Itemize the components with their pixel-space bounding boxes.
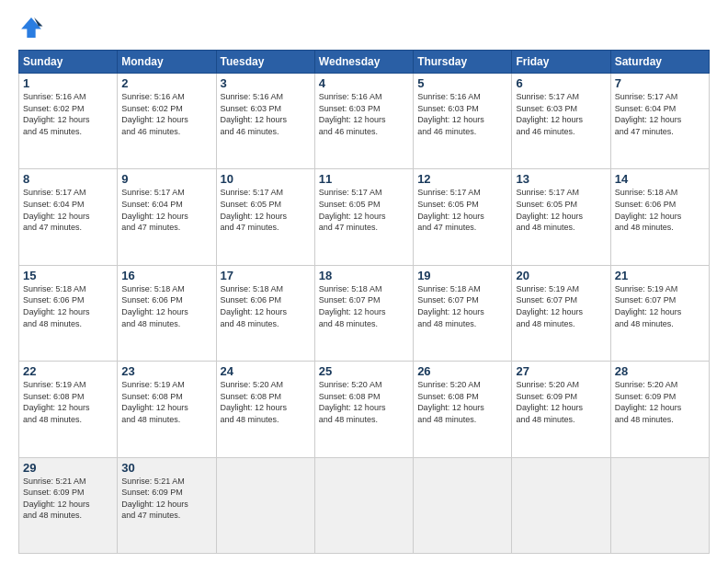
day-info: Sunrise: 5:18 AMSunset: 6:07 PMDaylight:… bbox=[319, 283, 409, 329]
day-number: 27 bbox=[516, 364, 606, 378]
day-header-tuesday: Tuesday bbox=[216, 51, 314, 74]
day-info: Sunrise: 5:16 AMSunset: 6:02 PMDaylight:… bbox=[23, 91, 113, 137]
calendar-cell: 6Sunrise: 5:17 AMSunset: 6:03 PMDaylight… bbox=[512, 74, 610, 169]
day-number: 22 bbox=[23, 364, 113, 378]
calendar-cell bbox=[216, 457, 314, 553]
day-number: 18 bbox=[319, 269, 409, 282]
day-number: 17 bbox=[221, 269, 311, 282]
calendar-week-4: 22Sunrise: 5:19 AMSunset: 6:08 PMDayligh… bbox=[19, 362, 710, 457]
day-info: Sunrise: 5:16 AMSunset: 6:03 PMDaylight:… bbox=[319, 91, 409, 137]
calendar-table: SundayMondayTuesdayWednesdayThursdayFrid… bbox=[18, 50, 710, 554]
day-info: Sunrise: 5:17 AMSunset: 6:05 PMDaylight:… bbox=[417, 187, 507, 233]
day-number: 4 bbox=[319, 76, 409, 90]
calendar-cell: 12Sunrise: 5:17 AMSunset: 6:05 PMDayligh… bbox=[414, 169, 512, 265]
calendar-cell: 19Sunrise: 5:18 AMSunset: 6:07 PMDayligh… bbox=[414, 265, 512, 361]
calendar-cell: 24Sunrise: 5:20 AMSunset: 6:08 PMDayligh… bbox=[216, 362, 314, 457]
calendar-cell: 9Sunrise: 5:17 AMSunset: 6:04 PMDaylight… bbox=[118, 169, 216, 265]
calendar-cell: 1Sunrise: 5:16 AMSunset: 6:02 PMDaylight… bbox=[19, 74, 118, 169]
calendar-cell: 10Sunrise: 5:17 AMSunset: 6:05 PMDayligh… bbox=[216, 169, 314, 265]
calendar-cell: 15Sunrise: 5:18 AMSunset: 6:06 PMDayligh… bbox=[19, 265, 118, 361]
calendar-cell: 29Sunrise: 5:21 AMSunset: 6:09 PMDayligh… bbox=[19, 457, 118, 553]
calendar-cell: 27Sunrise: 5:20 AMSunset: 6:09 PMDayligh… bbox=[512, 362, 610, 457]
day-number: 8 bbox=[23, 172, 113, 186]
calendar-cell: 7Sunrise: 5:17 AMSunset: 6:04 PMDaylight… bbox=[610, 74, 709, 169]
day-number: 5 bbox=[417, 76, 507, 90]
day-number: 2 bbox=[121, 76, 211, 90]
day-number: 26 bbox=[417, 364, 507, 378]
day-info: Sunrise: 5:18 AMSunset: 6:06 PMDaylight:… bbox=[23, 283, 113, 329]
day-info: Sunrise: 5:20 AMSunset: 6:09 PMDaylight:… bbox=[615, 379, 705, 425]
day-number: 11 bbox=[319, 172, 409, 186]
calendar-week-5: 29Sunrise: 5:21 AMSunset: 6:09 PMDayligh… bbox=[19, 457, 710, 553]
day-info: Sunrise: 5:18 AMSunset: 6:06 PMDaylight:… bbox=[121, 283, 211, 329]
calendar-cell: 11Sunrise: 5:17 AMSunset: 6:05 PMDayligh… bbox=[314, 169, 413, 265]
day-info: Sunrise: 5:16 AMSunset: 6:03 PMDaylight:… bbox=[417, 91, 507, 137]
calendar-cell bbox=[610, 457, 709, 553]
day-info: Sunrise: 5:20 AMSunset: 6:08 PMDaylight:… bbox=[319, 379, 409, 425]
calendar-cell: 5Sunrise: 5:16 AMSunset: 6:03 PMDaylight… bbox=[414, 74, 512, 169]
calendar-cell bbox=[314, 457, 413, 553]
calendar-cell: 4Sunrise: 5:16 AMSunset: 6:03 PMDaylight… bbox=[314, 74, 413, 169]
calendar-cell bbox=[414, 457, 512, 553]
calendar-cell bbox=[512, 457, 610, 553]
day-number: 16 bbox=[121, 269, 211, 282]
day-number: 7 bbox=[615, 76, 705, 90]
day-header-friday: Friday bbox=[512, 51, 610, 74]
calendar-cell: 26Sunrise: 5:20 AMSunset: 6:08 PMDayligh… bbox=[414, 362, 512, 457]
calendar-cell: 22Sunrise: 5:19 AMSunset: 6:08 PMDayligh… bbox=[19, 362, 118, 457]
calendar-cell: 16Sunrise: 5:18 AMSunset: 6:06 PMDayligh… bbox=[118, 265, 216, 361]
day-info: Sunrise: 5:17 AMSunset: 6:05 PMDaylight:… bbox=[319, 187, 409, 233]
day-number: 10 bbox=[221, 172, 311, 186]
day-number: 13 bbox=[516, 172, 606, 186]
day-number: 19 bbox=[417, 269, 507, 282]
day-info: Sunrise: 5:21 AMSunset: 6:09 PMDaylight:… bbox=[23, 476, 113, 522]
calendar-cell: 25Sunrise: 5:20 AMSunset: 6:08 PMDayligh… bbox=[314, 362, 413, 457]
day-number: 14 bbox=[615, 172, 705, 186]
calendar-week-1: 1Sunrise: 5:16 AMSunset: 6:02 PMDaylight… bbox=[19, 74, 710, 169]
calendar-week-3: 15Sunrise: 5:18 AMSunset: 6:06 PMDayligh… bbox=[19, 265, 710, 361]
day-number: 12 bbox=[417, 172, 507, 186]
day-number: 29 bbox=[23, 461, 113, 475]
day-number: 3 bbox=[221, 76, 311, 90]
day-info: Sunrise: 5:17 AMSunset: 6:03 PMDaylight:… bbox=[516, 91, 606, 137]
calendar-cell: 28Sunrise: 5:20 AMSunset: 6:09 PMDayligh… bbox=[610, 362, 709, 457]
calendar-cell: 30Sunrise: 5:21 AMSunset: 6:09 PMDayligh… bbox=[118, 457, 216, 553]
day-number: 1 bbox=[23, 76, 113, 90]
header bbox=[18, 15, 710, 40]
day-info: Sunrise: 5:17 AMSunset: 6:05 PMDaylight:… bbox=[221, 187, 311, 233]
calendar-cell: 23Sunrise: 5:19 AMSunset: 6:08 PMDayligh… bbox=[118, 362, 216, 457]
day-number: 20 bbox=[516, 269, 606, 282]
calendar-cell: 2Sunrise: 5:16 AMSunset: 6:02 PMDaylight… bbox=[118, 74, 216, 169]
svg-marker-0 bbox=[21, 17, 41, 38]
logo-icon bbox=[18, 15, 44, 40]
day-info: Sunrise: 5:17 AMSunset: 6:04 PMDaylight:… bbox=[615, 91, 705, 137]
day-info: Sunrise: 5:16 AMSunset: 6:02 PMDaylight:… bbox=[121, 91, 211, 137]
calendar-cell: 14Sunrise: 5:18 AMSunset: 6:06 PMDayligh… bbox=[610, 169, 709, 265]
day-info: Sunrise: 5:16 AMSunset: 6:03 PMDaylight:… bbox=[221, 91, 311, 137]
day-number: 23 bbox=[121, 364, 211, 378]
calendar-cell: 3Sunrise: 5:16 AMSunset: 6:03 PMDaylight… bbox=[216, 74, 314, 169]
calendar-header-row: SundayMondayTuesdayWednesdayThursdayFrid… bbox=[19, 51, 710, 74]
day-header-thursday: Thursday bbox=[414, 51, 512, 74]
day-header-monday: Monday bbox=[118, 51, 216, 74]
day-info: Sunrise: 5:17 AMSunset: 6:04 PMDaylight:… bbox=[121, 187, 211, 233]
day-number: 9 bbox=[121, 172, 211, 186]
logo bbox=[18, 15, 48, 40]
day-number: 25 bbox=[319, 364, 409, 378]
day-info: Sunrise: 5:20 AMSunset: 6:09 PMDaylight:… bbox=[516, 379, 606, 425]
day-number: 21 bbox=[615, 269, 705, 282]
day-header-sunday: Sunday bbox=[19, 51, 118, 74]
day-info: Sunrise: 5:19 AMSunset: 6:08 PMDaylight:… bbox=[23, 379, 113, 425]
calendar-cell: 17Sunrise: 5:18 AMSunset: 6:06 PMDayligh… bbox=[216, 265, 314, 361]
day-number: 15 bbox=[23, 269, 113, 282]
calendar-cell: 20Sunrise: 5:19 AMSunset: 6:07 PMDayligh… bbox=[512, 265, 610, 361]
page: SundayMondayTuesdayWednesdayThursdayFrid… bbox=[0, 0, 728, 563]
day-header-saturday: Saturday bbox=[610, 51, 709, 74]
day-info: Sunrise: 5:20 AMSunset: 6:08 PMDaylight:… bbox=[221, 379, 311, 425]
day-number: 6 bbox=[516, 76, 606, 90]
day-info: Sunrise: 5:19 AMSunset: 6:08 PMDaylight:… bbox=[121, 379, 211, 425]
day-info: Sunrise: 5:17 AMSunset: 6:04 PMDaylight:… bbox=[23, 187, 113, 233]
day-info: Sunrise: 5:18 AMSunset: 6:06 PMDaylight:… bbox=[615, 187, 705, 233]
calendar-cell: 18Sunrise: 5:18 AMSunset: 6:07 PMDayligh… bbox=[314, 265, 413, 361]
day-header-wednesday: Wednesday bbox=[314, 51, 413, 74]
